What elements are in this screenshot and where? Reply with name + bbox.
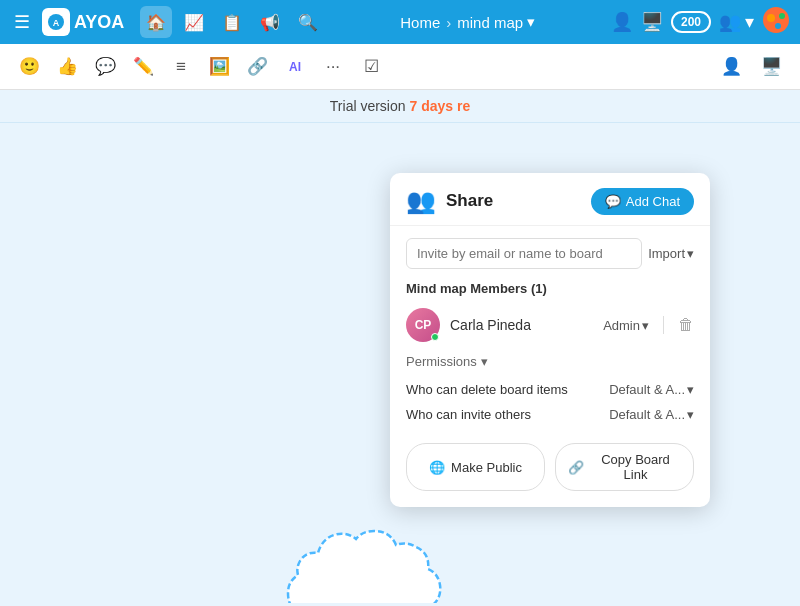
main-canvas: + 👥 Share 💬 Add Chat Import ▾ Mind map M… (0, 123, 800, 603)
nav-right: 👤 🖥️ 200 👥 ▾ (611, 6, 790, 39)
megaphone-nav-btn[interactable]: 📢 (254, 6, 286, 38)
members-title: Mind map Members (1) (406, 281, 694, 296)
chevron-down-icon: ▾ (687, 246, 694, 261)
share-actions: 🌐 Make Public 🔗 Copy Board Link (390, 431, 710, 491)
breadcrumb-current[interactable]: mind map ▾ (457, 13, 535, 31)
breadcrumb-separator: › (446, 14, 451, 31)
toolbar-right: 👤 🖥️ (714, 50, 788, 84)
thumbs-up-toolbar-btn[interactable]: 👍 (50, 50, 84, 84)
permissions-section: Permissions ▾ Who can delete board items… (390, 346, 710, 431)
permission-row-delete: Who can delete board items Default & A..… (406, 377, 694, 402)
share-icon: 👥 (406, 187, 436, 215)
share-title: Share (446, 191, 493, 211)
trial-text-prefix: Trial version (330, 98, 410, 114)
app-logo: A AYOA (42, 8, 124, 36)
share-header: 👥 Share 💬 Add Chat (390, 173, 710, 226)
table-nav-btn[interactable]: 📋 (216, 6, 248, 38)
link-icon: 🔗 (568, 460, 584, 475)
monitor-toolbar-btn[interactable]: 🖥️ (754, 50, 788, 84)
pencil-toolbar-btn[interactable]: ✏️ (126, 50, 160, 84)
share-title-group: 👥 Share (406, 187, 493, 215)
invite-input[interactable] (406, 238, 642, 269)
toolbar: 🙂 👍 💬 ✏️ ≡ 🖼️ 🔗 AI ··· ☑ 👤 🖥️ (0, 44, 800, 90)
chat-bubble-icon: 💬 (605, 194, 621, 209)
permission-label-delete: Who can delete board items (406, 382, 568, 397)
members-section: Mind map Members (1) CP Carla Pineda Adm… (390, 277, 710, 346)
chevron-down-icon: ▾ (687, 407, 694, 422)
svg-point-2 (763, 7, 789, 33)
chat-toolbar-btn[interactable]: 💬 (88, 50, 122, 84)
svg-point-3 (767, 14, 775, 22)
chevron-down-icon: ▾ (481, 354, 488, 369)
logo-icon: A (42, 8, 70, 36)
hamburger-menu[interactable]: ☰ (10, 7, 34, 37)
breadcrumb-home[interactable]: Home (400, 14, 440, 31)
permissions-toggle[interactable]: Permissions ▾ (406, 354, 694, 369)
more-toolbar-btn[interactable]: ··· (316, 50, 350, 84)
home-nav-btn[interactable]: 🏠 (140, 6, 172, 38)
logo-text: AYOA (74, 12, 124, 33)
group-icon: 👥 (719, 11, 741, 33)
trial-days: 7 days re (409, 98, 470, 114)
breadcrumb: Home › mind map ▾ (332, 13, 603, 31)
chevron-down-icon: ▾ (642, 318, 649, 333)
checkbox-toolbar-btn[interactable]: ☑ (354, 50, 388, 84)
copy-board-link-button[interactable]: 🔗 Copy Board Link (555, 443, 694, 491)
delete-member-button[interactable]: 🗑 (678, 316, 694, 334)
svg-text:A: A (53, 18, 60, 28)
make-public-button[interactable]: 🌐 Make Public (406, 443, 545, 491)
nav-tools: 🏠 📈 📋 📢 🔍 (140, 6, 324, 38)
add-chat-button[interactable]: 💬 Add Chat (591, 188, 694, 215)
cloud-shape (278, 503, 478, 603)
online-status-dot (431, 333, 439, 341)
permission-value-delete[interactable]: Default & A... ▾ (609, 382, 694, 397)
ai-toolbar-btn[interactable]: AI (278, 50, 312, 84)
chevron-down-icon: ▾ (527, 13, 535, 31)
monitor-icon[interactable]: 🖥️ (641, 11, 663, 33)
chevron-down-icon: ▾ (745, 11, 754, 33)
link-toolbar-btn[interactable]: 🔗 (240, 50, 274, 84)
trial-banner: Trial version 7 days re (0, 90, 800, 123)
member-divider (663, 316, 664, 334)
search-nav-btn[interactable]: 🔍 (292, 6, 324, 38)
participant-count-badge[interactable]: 200 (671, 11, 711, 33)
permission-row-invite: Who can invite others Default & A... ▾ (406, 402, 694, 427)
chart-nav-btn[interactable]: 📈 (178, 6, 210, 38)
import-button[interactable]: Import ▾ (648, 246, 694, 261)
share-panel: 👥 Share 💬 Add Chat Import ▾ Mind map Mem… (390, 173, 710, 507)
globe-icon: 🌐 (429, 460, 445, 475)
image-toolbar-btn[interactable]: 🖼️ (202, 50, 236, 84)
share-toolbar-btn[interactable]: 👤 (714, 50, 748, 84)
permission-value-invite[interactable]: Default & A... ▾ (609, 407, 694, 422)
svg-point-4 (779, 13, 785, 19)
svg-point-5 (775, 23, 781, 29)
mind-map-node: + (278, 503, 478, 603)
member-name: Carla Pineda (450, 317, 593, 333)
person-icon[interactable]: 👤 (611, 11, 633, 33)
share-invite-area: Import ▾ (390, 226, 710, 277)
user-avatar-icon[interactable] (762, 6, 790, 39)
list-toolbar-btn[interactable]: ≡ (164, 50, 198, 84)
top-navigation: ☰ A AYOA 🏠 📈 📋 📢 🔍 Home › mind map ▾ 👤 🖥… (0, 0, 800, 44)
member-role-dropdown[interactable]: Admin ▾ (603, 318, 649, 333)
avatar-group[interactable]: 👥 ▾ (719, 11, 754, 33)
chevron-down-icon: ▾ (687, 382, 694, 397)
permission-label-invite: Who can invite others (406, 407, 531, 422)
avatar: CP (406, 308, 440, 342)
emoji-toolbar-btn[interactable]: 🙂 (12, 50, 46, 84)
member-row: CP Carla Pineda Admin ▾ 🗑 (406, 304, 694, 346)
